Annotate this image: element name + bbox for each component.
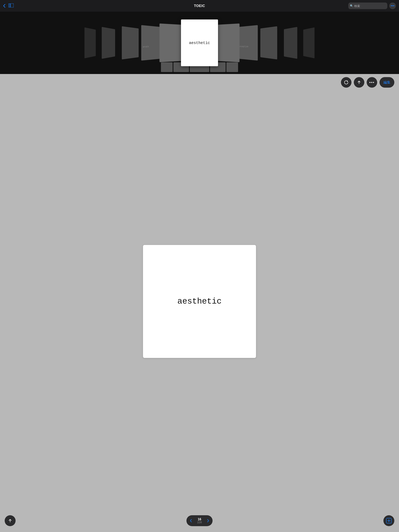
prev-page-button[interactable] [188, 517, 194, 524]
carousel-card-right-5[interactable] [303, 27, 315, 58]
carousel-card-right-2[interactable]: conception [237, 25, 258, 61]
current-page: 16 [198, 518, 201, 521]
svg-rect-0 [9, 4, 11, 7]
header-more-icon: ••• [391, 4, 394, 8]
carousel-card-left-2[interactable]: wrath [141, 25, 162, 61]
search-input[interactable] [348, 3, 387, 9]
carousel-card-right-4[interactable] [284, 27, 297, 59]
carousel-label-left-2: wrath [143, 45, 149, 48]
bottom-nav: 16 228 [0, 512, 399, 532]
toolbar: ••• 編集 [0, 74, 399, 91]
carousel-card-left-3[interactable] [122, 26, 139, 59]
carousel-card-left-4[interactable] [102, 27, 115, 59]
pagination-info: 16 228 [195, 518, 204, 524]
header-left [3, 4, 14, 8]
main-flashcard[interactable]: aesthetic [143, 245, 256, 358]
search-wrapper: 🔍 [348, 3, 387, 9]
sidebar-button[interactable] [9, 4, 14, 8]
sync-button[interactable] [341, 77, 351, 88]
more-button[interactable]: ••• [367, 77, 377, 88]
back-button[interactable] [3, 4, 6, 8]
add-card-button[interactable] [383, 515, 394, 526]
more-icon: ••• [369, 80, 374, 85]
page-title: TOEIC [194, 4, 205, 8]
edit-button[interactable]: 編集 [380, 77, 394, 88]
carousel-center-card[interactable]: aesthetic [181, 19, 218, 66]
header-right: 🔍 ••• [348, 3, 396, 9]
carousel-area: wrath conception ts aesthetic [0, 12, 399, 74]
pagination-nav[interactable]: 16 228 [187, 515, 212, 526]
carousel-cards: wrath conception ts aesthetic [0, 12, 399, 74]
main-card-word: aesthetic [178, 297, 222, 306]
carousel-card-right-3[interactable] [260, 26, 277, 59]
main-card-area: aesthetic [0, 91, 399, 512]
bottom-card-5 [226, 62, 238, 72]
edit-label: 編集 [383, 80, 390, 85]
bottom-up-button[interactable] [5, 515, 16, 526]
header-more-button[interactable]: ••• [389, 3, 396, 9]
carousel-card-left-5[interactable] [84, 27, 96, 58]
next-page-button[interactable] [205, 517, 211, 524]
carousel-center-word: aesthetic [189, 41, 210, 45]
total-pages: 228 [197, 521, 202, 524]
header-bar: TOEIC 🔍 ••• [0, 0, 399, 12]
up-button[interactable] [354, 77, 364, 88]
bottom-card-1 [161, 62, 173, 72]
